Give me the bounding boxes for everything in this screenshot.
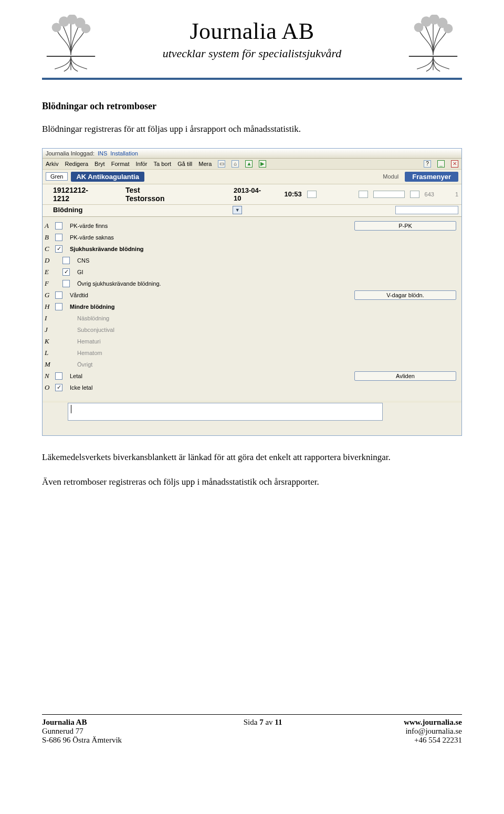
menu-gatill[interactable]: Gå till bbox=[177, 161, 192, 167]
row-label: Subconjuctival bbox=[70, 325, 354, 335]
footer-street: Gunnerud 77 bbox=[42, 727, 122, 736]
row-label: PK-värde saknas bbox=[70, 233, 354, 242]
checkbox[interactable] bbox=[55, 234, 62, 241]
toolbar-icon-right[interactable]: ▶ bbox=[259, 160, 266, 168]
visit-date: 2013-04-10 bbox=[234, 186, 268, 202]
checkbox[interactable] bbox=[55, 303, 62, 310]
section-title: Blödningar och retromboser bbox=[42, 101, 462, 112]
row-label: GI bbox=[70, 267, 354, 277]
row-letter: D bbox=[45, 256, 55, 265]
row-label: Övrig sjukhuskrävande blödning. bbox=[70, 279, 354, 288]
vdagar-button[interactable]: V-dagar blödn. bbox=[354, 290, 456, 300]
row-letter: J bbox=[45, 325, 55, 335]
footer-company: Journalia AB bbox=[42, 718, 122, 727]
footer-phone: +46 554 22231 bbox=[404, 736, 462, 745]
titlebar-prefix: Journalia Inloggad: bbox=[46, 150, 94, 156]
category-dropdown[interactable]: ▼ bbox=[233, 206, 242, 214]
category-row: Blödning ▼ bbox=[43, 205, 461, 217]
titlebar-user: INS bbox=[98, 150, 107, 156]
menu-arkiv[interactable]: Arkiv bbox=[46, 161, 58, 167]
row-checkboxes: ✓✓✓ bbox=[55, 220, 70, 392]
footer-rule bbox=[42, 714, 462, 715]
footer-url: www.journalia.se bbox=[404, 718, 462, 727]
row-label: Hematuri bbox=[70, 337, 354, 346]
row-label: PK-värde finns bbox=[70, 221, 354, 231]
menu-tabort[interactable]: Ta bort bbox=[154, 161, 172, 167]
category-select[interactable] bbox=[395, 206, 458, 214]
menu-bryt[interactable]: Bryt bbox=[94, 161, 105, 167]
patient-row: 19121212-1212 Test Testorsson 2013-04-10… bbox=[43, 184, 461, 205]
row-letter: K bbox=[45, 337, 55, 346]
checkbox[interactable] bbox=[55, 372, 62, 380]
checkbox[interactable] bbox=[62, 257, 70, 264]
row-letter: L bbox=[45, 348, 55, 358]
row-label: Övrigt bbox=[70, 360, 354, 369]
checkbox[interactable]: ✓ bbox=[55, 245, 62, 253]
meta-b: 1 bbox=[455, 191, 458, 197]
row-letter: G bbox=[45, 290, 55, 300]
patient-field1[interactable] bbox=[373, 191, 405, 198]
window-titlebar: Journalia Inloggad: INS Installation bbox=[43, 149, 461, 159]
paragraph-2: Läkemedelsverkets biverkansblankett är l… bbox=[42, 452, 462, 464]
paragraph-1: Blödningar registreras för att följas up… bbox=[42, 123, 462, 135]
right-column: P-PK V-dagar blödn. Avliden bbox=[354, 220, 459, 392]
minimize-icon[interactable]: _ bbox=[437, 160, 445, 168]
row-letter: E bbox=[45, 267, 55, 277]
menu-bar: Arkiv Redigera Bryt Format Inför Ta bort… bbox=[43, 159, 461, 170]
row-label: Icke letal bbox=[70, 383, 354, 392]
row-letter: A bbox=[45, 221, 55, 231]
row-label: Vårdtid bbox=[70, 290, 354, 300]
close-icon[interactable]: ✕ bbox=[451, 160, 458, 168]
meta-a: 643 bbox=[425, 191, 434, 197]
ppk-button[interactable]: P-PK bbox=[354, 221, 456, 231]
page-header: Journalia AB utvecklar system för specia… bbox=[42, 15, 462, 72]
paragraph-3: Även retromboser registreras och följs u… bbox=[42, 476, 462, 488]
toolbar-icon-home[interactable]: ⌂ bbox=[232, 160, 239, 168]
row-labels: PK-värde finnsPK-värde saknasSjukhuskräv… bbox=[70, 220, 354, 392]
logo-right bbox=[404, 15, 462, 72]
row-letter: F bbox=[45, 279, 55, 288]
svg-point-4 bbox=[81, 24, 91, 34]
footer-page: Sida 7 av 11 bbox=[244, 718, 282, 727]
header-rule bbox=[42, 78, 462, 80]
row-label: Sjukhuskrävande blödning bbox=[70, 244, 354, 254]
patient-id: 19121212-1212 bbox=[53, 186, 104, 203]
frasmenyer-pill[interactable]: Frasmenyer bbox=[405, 172, 458, 182]
row-label: Mindre blödning bbox=[70, 302, 354, 311]
row-letter: M bbox=[45, 360, 55, 369]
module-pill[interactable]: AK Antikoagulantia bbox=[71, 172, 144, 182]
row-letter: H bbox=[45, 302, 55, 311]
footer-email: info@journalia.se bbox=[404, 727, 462, 736]
row-label: Letal bbox=[70, 371, 354, 381]
toolbar-icon-up[interactable]: ▲ bbox=[245, 160, 253, 168]
checkbox[interactable]: ✓ bbox=[55, 384, 62, 391]
checkbox[interactable] bbox=[55, 222, 62, 229]
titlebar-mode: Installation bbox=[110, 150, 138, 156]
patient-box2[interactable] bbox=[359, 191, 368, 198]
menu-format[interactable]: Format bbox=[111, 161, 130, 167]
menu-infor[interactable]: Inför bbox=[136, 161, 148, 167]
category-label: Blödning bbox=[53, 206, 82, 214]
svg-point-10 bbox=[444, 24, 453, 34]
patient-name: Test Testorsson bbox=[125, 186, 181, 203]
patient-box1[interactable] bbox=[307, 191, 317, 198]
visit-time: 10:53 bbox=[284, 190, 301, 198]
patient-box3[interactable] bbox=[410, 191, 419, 198]
row-label: Hematom bbox=[70, 348, 354, 358]
page-footer: Journalia AB Gunnerud 77 S-686 96 Östra … bbox=[42, 718, 462, 745]
row-letter: B bbox=[45, 233, 55, 242]
gren-button[interactable]: Gren bbox=[46, 172, 68, 181]
help-icon[interactable]: ? bbox=[424, 160, 431, 168]
checkbox[interactable] bbox=[62, 280, 70, 287]
toolbar-icon-doc[interactable]: ▭ bbox=[218, 160, 225, 168]
company-tagline: utvecklar system för specialistsjukvård bbox=[100, 47, 404, 60]
notes-textarea[interactable] bbox=[68, 403, 383, 421]
footer-city: S-686 96 Östra Ämtervik bbox=[42, 736, 122, 745]
form-body: ABCDEFGHIJKLMNO ✓✓✓ PK-värde finnsPK-vär… bbox=[43, 217, 461, 401]
checkbox[interactable] bbox=[55, 291, 62, 299]
avliden-button[interactable]: Avliden bbox=[354, 371, 456, 381]
menu-redigera[interactable]: Redigera bbox=[65, 161, 88, 167]
logo-left bbox=[42, 15, 100, 72]
menu-mera[interactable]: Mera bbox=[198, 161, 212, 167]
checkbox[interactable]: ✓ bbox=[62, 268, 70, 276]
